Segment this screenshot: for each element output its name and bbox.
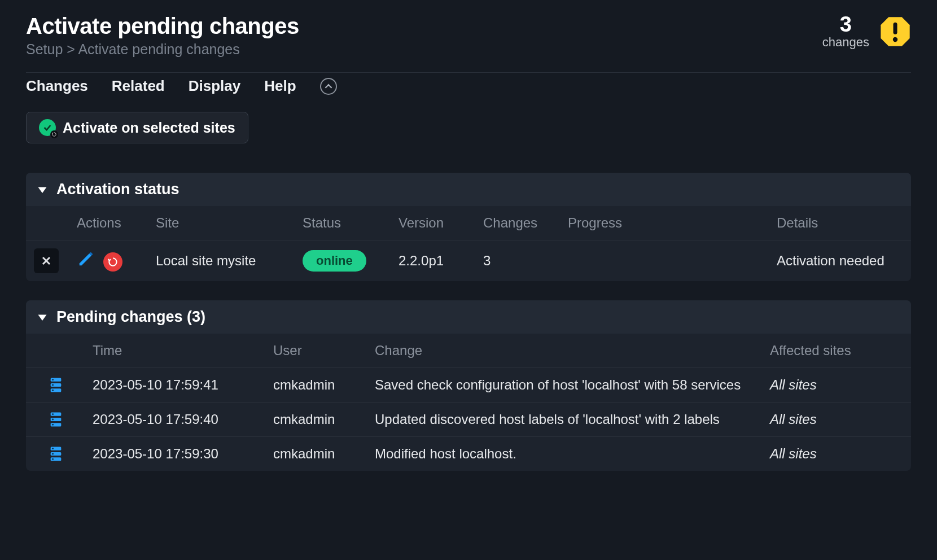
col-details: Details	[767, 206, 911, 240]
cell-change: Modified host localhost.	[365, 437, 760, 471]
col-changes: Changes	[473, 206, 558, 240]
col-version: Version	[388, 206, 473, 240]
collapse-toggle[interactable]	[320, 78, 337, 95]
svg-point-11	[52, 384, 54, 386]
triangle-down-icon	[37, 185, 47, 195]
changes-counter[interactable]: 3 changes	[822, 14, 869, 50]
menu-related[interactable]: Related	[112, 77, 165, 95]
svg-point-18	[52, 424, 54, 426]
close-icon	[41, 256, 51, 266]
cell-user: cmkadmin	[263, 437, 365, 471]
cell-affected: All sites	[760, 437, 911, 471]
col-icon	[26, 334, 82, 368]
pending-changes-header[interactable]: Pending changes (3)	[26, 300, 911, 334]
table-row: 2023-05-10 17:59:30 cmkadmin Modified ho…	[26, 437, 911, 471]
cell-time: 2023-05-10 17:59:41	[82, 368, 263, 403]
changes-count-number: 3	[822, 14, 869, 35]
col-progress: Progress	[558, 206, 767, 240]
activation-status-panel: Activation status Actions Site Status Ve…	[26, 173, 911, 281]
cell-version: 2.2.0p1	[388, 240, 473, 282]
triangle-down-icon	[37, 312, 47, 322]
col-affected: Affected sites	[760, 334, 911, 368]
header-left: Activate pending changes Setup > Activat…	[26, 14, 299, 58]
svg-point-22	[52, 448, 54, 449]
activate-on-selected-button[interactable]: Activate on selected sites	[26, 112, 248, 143]
menubar: Changes Related Display Help	[26, 72, 911, 105]
col-time: Time	[82, 334, 263, 368]
cell-site: Local site mysite	[146, 240, 292, 282]
col-actions: Actions	[67, 206, 146, 240]
cell-affected: All sites	[760, 403, 911, 437]
changes-count-label: changes	[822, 35, 869, 50]
restart-icon[interactable]	[103, 252, 122, 272]
menu-display[interactable]: Display	[189, 77, 241, 95]
svg-marker-6	[38, 314, 47, 321]
cell-change: Saved check configuration of host 'local…	[365, 368, 760, 403]
pending-changes-panel: Pending changes (3) Time User Change Aff…	[26, 300, 911, 471]
svg-rect-1	[894, 23, 897, 34]
cell-change: Updated discovered host labels of 'local…	[365, 403, 760, 437]
pending-changes-table: Time User Change Affected sites 2023-05-…	[26, 334, 911, 471]
svg-point-10	[52, 379, 54, 380]
page-title: Activate pending changes	[26, 14, 299, 39]
svg-point-23	[52, 453, 54, 455]
chevron-up-icon	[325, 82, 332, 90]
host-icon	[49, 410, 63, 428]
cell-changes: 3	[473, 240, 558, 282]
host-icon	[49, 376, 63, 394]
activation-status-table: Actions Site Status Version Changes Prog…	[26, 206, 911, 281]
col-change: Change	[365, 334, 760, 368]
pending-changes-title: Pending changes (3)	[56, 308, 205, 326]
cell-details: Activation needed	[767, 240, 911, 282]
cell-time: 2023-05-10 17:59:40	[82, 403, 263, 437]
menu-changes[interactable]: Changes	[26, 77, 88, 95]
svg-marker-3	[38, 187, 47, 193]
activation-status-header[interactable]: Activation status	[26, 173, 911, 206]
header-right: 3 changes	[822, 14, 911, 50]
page-header: Activate pending changes Setup > Activat…	[26, 14, 911, 58]
col-checkbox	[26, 206, 67, 240]
cell-affected: All sites	[760, 368, 911, 403]
edit-icon[interactable]	[77, 250, 95, 268]
host-icon	[49, 445, 63, 463]
status-badge: online	[303, 250, 366, 272]
table-header-row: Time User Change Affected sites	[26, 334, 911, 368]
activate-button-label: Activate on selected sites	[63, 120, 235, 136]
col-status: Status	[292, 206, 388, 240]
menu-help[interactable]: Help	[264, 77, 296, 95]
breadcrumb[interactable]: Setup > Activate pending changes	[26, 41, 299, 58]
cell-progress	[558, 240, 767, 282]
table-row: Local site mysite online 2.2.0p1 3 Activ…	[26, 240, 911, 282]
site-select-checkbox[interactable]	[34, 248, 59, 273]
cell-user: cmkadmin	[263, 403, 365, 437]
activate-check-icon	[39, 119, 56, 136]
cell-user: cmkadmin	[263, 368, 365, 403]
table-row: 2023-05-10 17:59:40 cmkadmin Updated dis…	[26, 403, 911, 437]
activation-status-title: Activation status	[56, 181, 179, 198]
svg-point-17	[52, 419, 54, 421]
col-site: Site	[146, 206, 292, 240]
svg-point-2	[893, 37, 897, 42]
svg-point-16	[52, 413, 54, 415]
svg-point-12	[52, 390, 54, 391]
svg-point-24	[52, 458, 54, 460]
table-row: 2023-05-10 17:59:41 cmkadmin Saved check…	[26, 368, 911, 403]
col-user: User	[263, 334, 365, 368]
table-header-row: Actions Site Status Version Changes Prog…	[26, 206, 911, 240]
cell-time: 2023-05-10 17:59:30	[82, 437, 263, 471]
warning-icon[interactable]	[879, 16, 911, 47]
